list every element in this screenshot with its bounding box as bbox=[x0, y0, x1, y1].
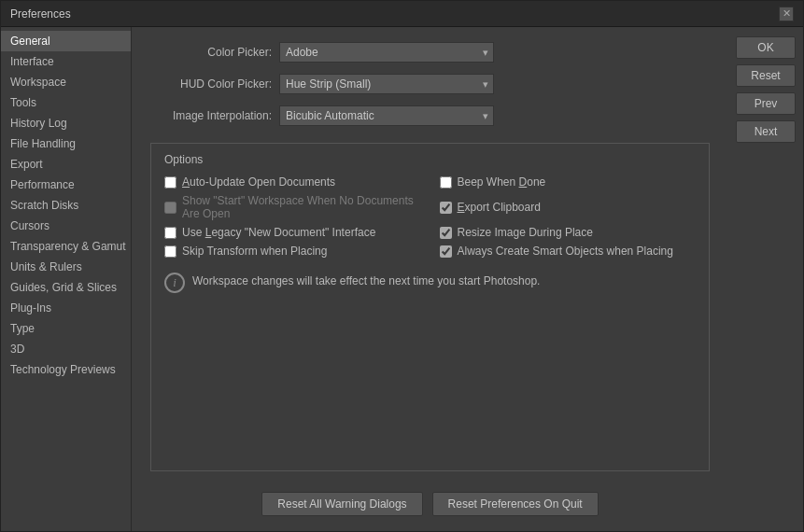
sidebar-item-interface[interactable]: Interface bbox=[1, 51, 131, 72]
sidebar-item-technology-previews[interactable]: Technology Previews bbox=[1, 359, 131, 380]
checkbox-legacy-new-doc: Use Legacy "New Document" Interface bbox=[164, 226, 421, 239]
checkbox-show-start-label: Show "Start" Workspace When No Documents… bbox=[182, 194, 421, 220]
options-grid: Auto-Update Open Documents Beep When Don… bbox=[164, 175, 696, 293]
reset-button[interactable]: Reset bbox=[736, 64, 796, 87]
image-interpolation-row: Image Interpolation: Bicubic Automatic N… bbox=[150, 105, 710, 126]
ok-button[interactable]: OK bbox=[736, 36, 796, 59]
checkbox-beep-label: Beep When Done bbox=[458, 175, 546, 189]
bottom-buttons: Reset All Warning Dialogs Reset Preferen… bbox=[150, 492, 710, 516]
checkbox-show-start: Show "Start" Workspace When No Documents… bbox=[164, 194, 421, 220]
sidebar-item-transparency-gamut[interactable]: Transparency & Gamut bbox=[1, 236, 131, 257]
sidebar-item-scratch-disks[interactable]: Scratch Disks bbox=[1, 195, 131, 216]
checkbox-auto-update-input[interactable] bbox=[164, 176, 176, 189]
options-legend: Options bbox=[164, 153, 696, 166]
sidebar-item-3d[interactable]: 3D bbox=[1, 339, 131, 359]
checkbox-skip-transform-input[interactable] bbox=[164, 245, 176, 258]
checkbox-show-start-input bbox=[164, 202, 176, 214]
sidebar-item-file-handling[interactable]: File Handling bbox=[1, 133, 131, 154]
dialog-title: Preferences bbox=[10, 7, 71, 21]
prev-button[interactable]: Prev bbox=[736, 92, 796, 115]
checkbox-beep: Beep When Done bbox=[440, 175, 697, 189]
checkbox-beep-input[interactable] bbox=[440, 176, 452, 189]
hud-color-picker-select[interactable]: Hue Strip (Small) Hue Strip (Medium) Hue… bbox=[279, 74, 494, 94]
checkbox-resize-image-label: Resize Image During Place bbox=[458, 226, 593, 239]
color-picker-select-wrapper: Adobe Windows Mac OS X bbox=[279, 42, 494, 63]
options-group: Options Auto-Update Open Documents Beep … bbox=[150, 143, 710, 471]
sidebar: General Interface Workspace Tools Histor… bbox=[1, 27, 132, 531]
sidebar-item-type[interactable]: Type bbox=[1, 318, 131, 339]
reset-prefs-button[interactable]: Reset Preferences On Quit bbox=[432, 492, 599, 516]
sidebar-item-export[interactable]: Export bbox=[1, 154, 131, 175]
checkbox-export-clipboard: Export Clipboard bbox=[440, 194, 697, 220]
sidebar-item-units-rulers[interactable]: Units & Rulers bbox=[1, 257, 131, 277]
next-button[interactable]: Next bbox=[736, 120, 796, 143]
checkbox-smart-objects: Always Create Smart Objects when Placing bbox=[440, 245, 697, 258]
main-content: Color Picker: Adobe Windows Mac OS X HUD… bbox=[132, 27, 728, 531]
info-icon: i bbox=[164, 273, 185, 293]
sidebar-item-performance[interactable]: Performance bbox=[1, 175, 131, 195]
color-picker-label: Color Picker: bbox=[150, 46, 272, 59]
image-interpolation-select[interactable]: Bicubic Automatic Nearest Neighbor Bilin… bbox=[279, 105, 494, 126]
checkbox-skip-transform-label: Skip Transform when Placing bbox=[182, 245, 327, 258]
hud-color-picker-label: HUD Color Picker: bbox=[150, 77, 272, 91]
info-row: i Workspace changes will take effect the… bbox=[164, 273, 696, 293]
hud-color-picker-select-wrapper: Hue Strip (Small) Hue Strip (Medium) Hue… bbox=[279, 74, 494, 94]
sidebar-item-tools[interactable]: Tools bbox=[1, 92, 131, 113]
checkbox-legacy-new-doc-input[interactable] bbox=[164, 227, 176, 239]
reset-warnings-button[interactable]: Reset All Warning Dialogs bbox=[261, 492, 422, 516]
title-bar: Preferences ✕ bbox=[1, 1, 803, 27]
dialog-body: General Interface Workspace Tools Histor… bbox=[1, 27, 803, 531]
checkbox-smart-objects-input[interactable] bbox=[440, 245, 452, 258]
checkbox-legacy-new-doc-label: Use Legacy "New Document" Interface bbox=[182, 226, 375, 239]
checkbox-smart-objects-label: Always Create Smart Objects when Placing bbox=[458, 245, 673, 258]
checkbox-auto-update-label: Auto-Update Open Documents bbox=[182, 175, 335, 189]
color-picker-row: Color Picker: Adobe Windows Mac OS X bbox=[150, 42, 710, 63]
right-panel: OK Reset Prev Next bbox=[728, 27, 803, 531]
sidebar-item-cursors[interactable]: Cursors bbox=[1, 216, 131, 236]
checkbox-resize-image: Resize Image During Place bbox=[440, 226, 697, 239]
image-interpolation-select-wrapper: Bicubic Automatic Nearest Neighbor Bilin… bbox=[279, 105, 494, 126]
checkbox-resize-image-input[interactable] bbox=[440, 227, 452, 239]
close-button[interactable]: ✕ bbox=[779, 7, 794, 21]
sidebar-item-workspace[interactable]: Workspace bbox=[1, 72, 131, 92]
sidebar-item-general[interactable]: General bbox=[1, 31, 131, 51]
image-interpolation-label: Image Interpolation: bbox=[150, 109, 272, 122]
checkbox-skip-transform: Skip Transform when Placing bbox=[164, 245, 421, 258]
sidebar-item-guides-grid-slices[interactable]: Guides, Grid & Slices bbox=[1, 277, 131, 298]
info-text: Workspace changes will take effect the n… bbox=[192, 273, 540, 287]
checkbox-export-clipboard-label: Export Clipboard bbox=[458, 201, 541, 214]
preferences-dialog: Preferences ✕ General Interface Workspac… bbox=[0, 0, 804, 532]
color-picker-select[interactable]: Adobe Windows Mac OS X bbox=[279, 42, 494, 63]
sidebar-item-plug-ins[interactable]: Plug-Ins bbox=[1, 298, 131, 318]
sidebar-item-history-log[interactable]: History Log bbox=[1, 113, 131, 133]
checkbox-auto-update: Auto-Update Open Documents bbox=[164, 175, 421, 189]
hud-color-picker-row: HUD Color Picker: Hue Strip (Small) Hue … bbox=[150, 74, 710, 94]
checkbox-export-clipboard-input[interactable] bbox=[440, 202, 452, 214]
